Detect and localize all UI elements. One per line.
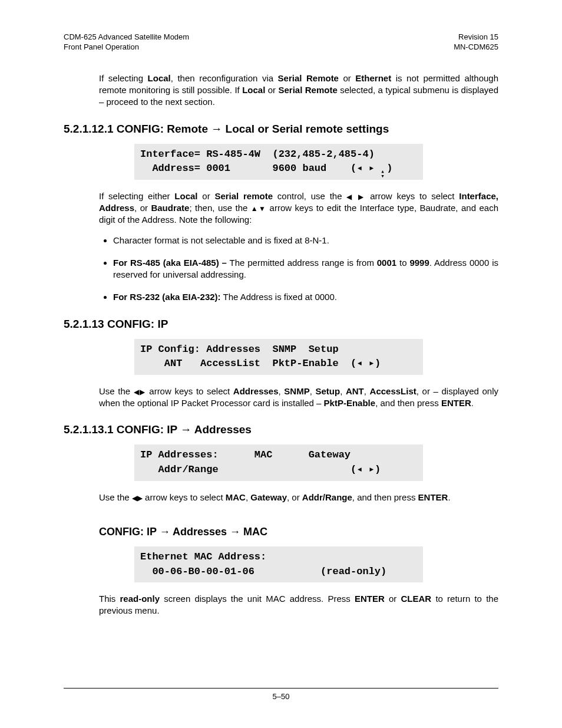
ip-addresses-paragraph: Use the ◀▶ arrow keys to select MAC, Gat…	[99, 492, 498, 503]
header-docnum: MN-CDM625	[454, 42, 498, 52]
lcd-mac-address: Ethernet MAC Address: 00-06-B0-00-01-06 …	[134, 546, 423, 582]
heading-ip-mac: CONFIG: IP → Addresses → MAC	[99, 526, 498, 538]
heading-config-ip: 5.2.1.13 CONFIG: IP	[64, 318, 498, 331]
lcd-ip-addresses: IP Addresses: MAC Gateway Addr/Range (◂ …	[134, 444, 423, 480]
lcd-line: )	[375, 464, 381, 475]
left-arrow-icon: ◂	[356, 464, 362, 475]
lcd-line: ANT AccessList PktP-Enable (	[140, 358, 356, 369]
right-arrow-icon: ▸	[369, 163, 375, 174]
lcd-line: Address= 0001 9600 baud (	[140, 163, 356, 174]
remote-settings-bullets: Character format is not selectable and i…	[99, 235, 498, 304]
mac-paragraph: This read-only screen displays the unit …	[99, 593, 498, 617]
header-right: Revision 15 MN-CDM625	[454, 32, 498, 52]
remote-settings-paragraph: If selecting either Local or Serial remo…	[99, 190, 498, 226]
lcd-line: Interface= RS-485-4W (232,485-2,485-4)	[140, 149, 375, 160]
lcd-line: IP Config: Addresses SNMP Setup	[140, 344, 339, 355]
heading-remote-settings: 5.2.1.12.1 CONFIG: Remote → Local or Ser…	[64, 123, 498, 136]
lcd-line: Addr/Range (	[140, 464, 356, 475]
lcd-remote-settings: Interface= RS-485-4W (232,485-2,485-4) A…	[134, 144, 423, 180]
bullet-item: For RS-232 (aka EIA-232): The Address is…	[113, 291, 498, 303]
config-ip-paragraph: Use the ◀▶ arrow keys to select Addresse…	[99, 386, 498, 410]
page: CDM-625 Advanced Satellite Modem Front P…	[0, 0, 562, 728]
lcd-line: )	[386, 163, 392, 174]
page-header: CDM-625 Advanced Satellite Modem Front P…	[64, 32, 498, 52]
lcd-line: 00-06-B0-00-01-06 (read-only)	[140, 566, 386, 577]
header-revision: Revision 15	[454, 32, 498, 42]
header-section: Front Panel Operation	[64, 42, 189, 52]
bullet-item: Character format is not selectable and i…	[113, 235, 498, 246]
lcd-config-ip: IP Config: Addresses SNMP Setup ANT Acce…	[134, 339, 423, 375]
left-arrow-icon: ◂	[356, 163, 362, 174]
right-arrow-icon: ▸	[369, 464, 375, 475]
page-footer: 5–50	[64, 688, 498, 701]
bullet-item: For RS-485 (aka EIA-485) – The permitted…	[113, 257, 498, 281]
header-product: CDM-625 Advanced Satellite Modem	[64, 32, 189, 42]
header-left: CDM-625 Advanced Satellite Modem Front P…	[64, 32, 189, 52]
intro-paragraph: If selecting Local, then reconfiguration…	[99, 73, 498, 108]
right-arrow-icon: ▸	[369, 358, 375, 369]
lcd-line: )	[375, 358, 381, 369]
content: If selecting Local, then reconfiguration…	[64, 73, 498, 617]
lcd-line: Ethernet MAC Address:	[140, 551, 266, 562]
heading-ip-addresses: 5.2.1.13.1 CONFIG: IP → Addresses	[64, 423, 498, 436]
lcd-line: IP Addresses: MAC Gateway	[140, 449, 351, 460]
left-arrow-icon: ◂	[356, 358, 362, 369]
page-number: 5–50	[273, 692, 290, 701]
